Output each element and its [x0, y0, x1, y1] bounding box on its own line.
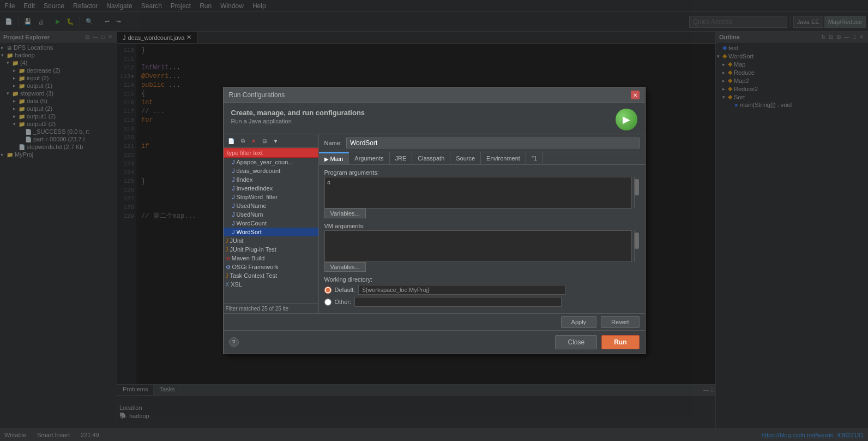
default-radio[interactable] [324, 287, 331, 294]
maven-icon: m [226, 255, 230, 261]
default-radio-label: Default: [335, 287, 355, 293]
config-item-deas[interactable]: J deas_wordcount [224, 166, 318, 175]
help-button[interactable]: ? [229, 337, 239, 347]
config-label-junit: JUnit [230, 237, 244, 244]
config-item-wordcount[interactable]: J WordCount [224, 219, 318, 228]
dialog-close-button[interactable]: ✕ [631, 91, 640, 99]
run-icon[interactable]: ▶ [616, 109, 637, 130]
deas-icon: J [232, 168, 235, 174]
tab-arguments-label: Arguments [354, 155, 383, 162]
duplicate-config-button[interactable]: ⧉ [238, 136, 248, 146]
wordcount-icon: J [232, 221, 235, 227]
vm-args-section: VM arguments: Variables... [324, 223, 640, 272]
config-label-wordcount: WordCount [237, 220, 267, 227]
name-input[interactable] [346, 138, 640, 148]
usednum-icon: J [232, 212, 235, 218]
config-item-junit-plugin[interactable]: J JUnit Plug-in Test [224, 245, 318, 254]
config-item-wordsort[interactable]: J WordSort [224, 228, 318, 236]
config-options-button[interactable]: ▼ [270, 136, 281, 146]
tab-more-label: "1 [532, 155, 537, 162]
junit-plugin-icon: J [226, 247, 228, 253]
config-item-osgi[interactable]: ⚙ OSGi Framework [224, 263, 318, 271]
tab-environment[interactable]: Environment [481, 152, 526, 164]
tab-source-label: Source [456, 155, 475, 162]
dialog-header: Create, manage, and run configurations R… [224, 103, 645, 134]
iindex-icon: J [232, 177, 235, 183]
stopword-cfg-icon: J [232, 194, 235, 200]
dialog-footer-right: Close Run [555, 335, 639, 349]
config-label-usedname: UsedName [237, 202, 267, 209]
close-button[interactable]: Close [555, 335, 597, 349]
new-config-button[interactable]: 📄 [225, 136, 237, 146]
config-list-area: J Apapos_year_coun... J deas_wordcount J… [224, 158, 318, 303]
config-label-iindex: IIndex [237, 176, 253, 183]
tab-main-label: Main [330, 156, 343, 162]
config-item-junit[interactable]: J JUnit [224, 236, 318, 245]
config-detail: Name: ▶ Main Arguments JRE [319, 134, 645, 313]
revert-button[interactable]: Revert [601, 316, 639, 328]
apapos-icon: J [232, 159, 235, 165]
config-list-toolbar: 📄 ⧉ ✕ ⊟ ▼ [224, 134, 318, 148]
config-item-taskcontext[interactable]: J Task Context Test [224, 271, 318, 280]
name-label: Name: [324, 140, 342, 146]
config-item-iindex[interactable]: J IIndex [224, 175, 318, 184]
config-item-apapos[interactable]: J Apapos_year_coun... [224, 158, 318, 166]
dialog-main: 📄 ⧉ ✕ ⊟ ▼ J Apapos_year_coun... [224, 134, 645, 313]
apply-button[interactable]: Apply [561, 316, 597, 328]
run-button-dialog[interactable]: Run [601, 335, 639, 349]
program-args-scrollbar[interactable] [634, 177, 640, 208]
delete-config-button[interactable]: ✕ [249, 136, 258, 146]
config-item-maven[interactable]: m Maven Build [224, 254, 318, 263]
config-item-stopword[interactable]: J StopWord_filter [224, 193, 318, 201]
working-dir-label: Working directory: [324, 276, 640, 283]
vm-args-label: VM arguments: [324, 223, 640, 229]
taskcontext-icon: J [226, 273, 228, 279]
usedname-icon: J [232, 203, 235, 209]
config-status: Filter matched 25 of 25 ite [224, 303, 318, 313]
filter-config-button[interactable]: ⊟ [260, 136, 269, 146]
dialog-footer: ? Close Run [224, 330, 645, 354]
config-label-deas: deas_wordcount [237, 168, 281, 174]
scrollbar-thumb-1 [635, 179, 639, 195]
junit-icon: J [226, 238, 228, 244]
config-label-invertedindex: InvertedIndex [237, 185, 273, 192]
tab-classpath[interactable]: Classpath [412, 152, 450, 164]
config-tabs: ▶ Main Arguments JRE Classpath Source [319, 152, 645, 165]
working-dir-section: Working directory: Default: Other: [324, 276, 640, 309]
config-label-osgi: OSGi Framework [232, 264, 279, 270]
config-label-maven: Maven Build [232, 255, 265, 261]
variables-button-1[interactable]: Variables... [324, 208, 366, 218]
config-label-usednum: UsedNum [237, 211, 263, 218]
tab-classpath-label: Classpath [418, 155, 444, 162]
osgi-icon: ⚙ [226, 264, 231, 270]
tab-arguments[interactable]: Arguments [349, 152, 389, 164]
main-tab-icon: ▶ [324, 156, 329, 162]
dialog-header-title: Create, manage, and run configurations [231, 109, 610, 117]
variables-button-2[interactable]: Variables... [324, 262, 366, 272]
config-item-invertedindex[interactable]: J InvertedIndex [224, 184, 318, 193]
tab-main[interactable]: ▶ Main [319, 152, 349, 164]
xsl-icon: X [226, 282, 230, 288]
dialog-header-sub: Run a Java application [231, 118, 610, 124]
config-item-usedname[interactable]: J UsedName [224, 201, 318, 210]
default-dir-input[interactable] [358, 285, 565, 295]
config-label-xsl: XSL [231, 281, 242, 288]
config-tree: J Apapos_year_coun... J deas_wordcount J… [224, 158, 318, 303]
tab-more[interactable]: "1 [526, 152, 543, 164]
other-radio-row: Other: [324, 297, 640, 307]
tab-jre-label: JRE [395, 155, 407, 162]
tab-source[interactable]: Source [450, 152, 481, 164]
program-args-label: Program arguments: [324, 169, 640, 176]
other-radio[interactable] [324, 299, 331, 306]
default-radio-row: Default: [324, 285, 640, 295]
config-label-wordsort: WordSort [237, 229, 262, 235]
name-row: Name: [319, 134, 645, 152]
config-filter-input[interactable] [224, 148, 318, 158]
other-dir-input[interactable] [354, 297, 562, 307]
vm-args-input[interactable] [324, 230, 632, 262]
tab-jre[interactable]: JRE [390, 152, 413, 164]
vm-args-scrollbar[interactable] [634, 230, 640, 262]
config-item-xsl[interactable]: X XSL [224, 280, 318, 289]
program-args-input[interactable]: 4 [324, 177, 632, 208]
config-item-usednum[interactable]: J UsedNum [224, 210, 318, 219]
